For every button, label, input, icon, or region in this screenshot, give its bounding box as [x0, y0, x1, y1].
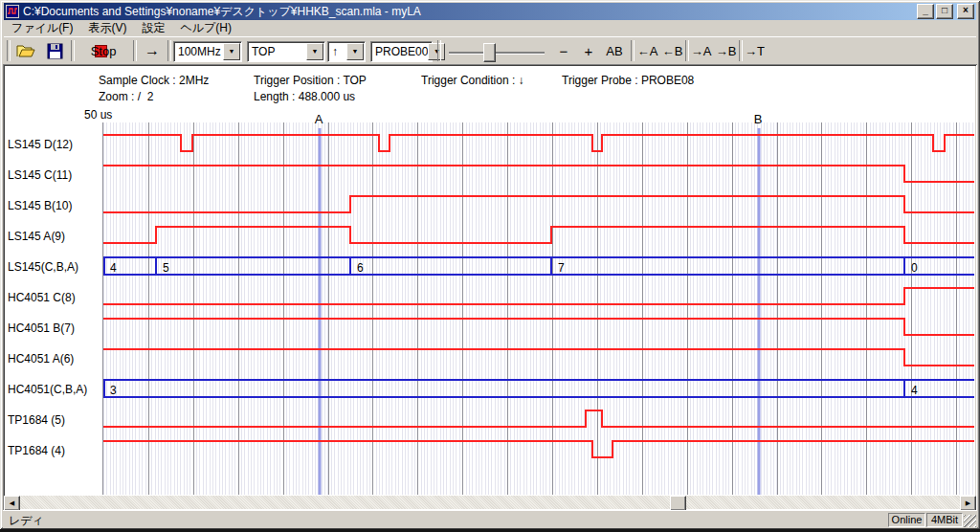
- app-icon: [6, 5, 19, 18]
- bus-value: 4: [110, 261, 117, 275]
- ab-range-button[interactable]: AB: [602, 39, 627, 62]
- waveform-view: Sample Clock : 2MHz Trigger Position : T…: [3, 64, 977, 510]
- signal-trace: [103, 349, 974, 366]
- trigger-probe-info: Trigger Probe : PROBE08: [562, 74, 694, 87]
- marker-label-a: A: [312, 112, 325, 126]
- memory-status-badge: 4MBit: [926, 513, 963, 527]
- signal-trace: [103, 410, 974, 427]
- scroll-right-button[interactable]: ▶: [960, 496, 976, 511]
- run-button[interactable]: →: [139, 39, 166, 62]
- open-file-button[interactable]: [13, 39, 38, 62]
- signal-trace: [103, 196, 974, 212]
- stop-button[interactable]: Stop: [77, 39, 130, 62]
- zoom-info: Zoom : / 2: [99, 90, 153, 103]
- zoom-in-button[interactable]: +: [579, 39, 598, 62]
- desktop: C:¥Documents and Settings¥noname¥デスクトップ¥…: [0, 0, 980, 532]
- menu-item-2[interactable]: 設定: [134, 19, 172, 37]
- bus-value: 7: [558, 261, 565, 275]
- zoom-slider-thumb[interactable]: [483, 43, 496, 62]
- toolbar-separator: [71, 40, 75, 61]
- goto-marker-a-button[interactable]: ←A: [635, 39, 659, 62]
- toolbar-separator: [631, 40, 635, 61]
- zoom-out-button[interactable]: −: [554, 39, 573, 62]
- open-folder-icon: [16, 42, 35, 59]
- app-window: C:¥Documents and Settings¥noname¥デスクトップ¥…: [0, 0, 980, 529]
- bus-value: 0: [911, 261, 918, 275]
- signal-trace: [103, 441, 974, 457]
- trigger-edge-value: ↑: [328, 45, 346, 58]
- set-marker-a-button[interactable]: →A: [689, 39, 713, 62]
- dropdown-arrow-icon[interactable]: ▼: [306, 43, 323, 60]
- trigger-edge-combo[interactable]: ↑ ▼: [327, 41, 366, 62]
- online-status-badge: Online: [888, 513, 925, 527]
- set-marker-b-button[interactable]: →B: [714, 39, 738, 62]
- signal-trace: [103, 319, 974, 335]
- close-button[interactable]: ×: [957, 4, 974, 19]
- channel-label: TP1684 (4): [8, 444, 100, 457]
- channel-label: LS145 A(9): [8, 230, 100, 243]
- channel-label: LS145 C(11): [8, 168, 100, 182]
- waveform-plot[interactable]: 4567034: [102, 122, 974, 495]
- sample-clock-value: 100MHz: [174, 45, 223, 58]
- bus-trace: [103, 380, 974, 397]
- dropdown-arrow-icon[interactable]: ▼: [223, 43, 240, 60]
- horizontal-scrollbar[interactable]: ◀ ▶: [4, 496, 976, 509]
- bus-value: 4: [911, 384, 918, 397]
- toolbar: Stop → 100MHz ▼ TOP ▼ ↑ ▼ PROBE00 ▼: [4, 36, 976, 65]
- channel-label: HC4051 C(8): [8, 291, 100, 304]
- channel-label: TP1684 (5): [8, 413, 100, 427]
- signal-trace: [103, 166, 974, 182]
- channel-label: LS145(C,B,A): [8, 260, 100, 274]
- channel-label: LS145 D(12): [8, 138, 100, 151]
- bus-value: 5: [163, 261, 169, 275]
- marker-label-b: B: [751, 112, 765, 126]
- menubar: ファイル(F)表示(V)設定ヘルプ(H): [4, 20, 976, 36]
- bus-value: 6: [357, 261, 364, 275]
- toolbar-grip: [7, 40, 11, 61]
- signal-trace: [103, 227, 974, 243]
- titlebar[interactable]: C:¥Documents and Settings¥noname¥デスクトップ¥…: [4, 3, 976, 20]
- trigger-probe-value: PROBE00: [371, 45, 428, 58]
- scrollbar-thumb[interactable]: [670, 496, 686, 511]
- toolbar-separator: [167, 40, 171, 61]
- window-title: C:¥Documents and Settings¥noname¥デスクトップ¥…: [23, 4, 917, 20]
- toolbar-separator: [437, 40, 441, 61]
- length-info: Length : 488.000 us: [254, 90, 355, 103]
- resize-grip[interactable]: [964, 515, 976, 527]
- trigger-probe-combo[interactable]: PROBE00 ▼: [370, 41, 433, 62]
- channel-label-column: LS145 D(12)LS145 C(11)LS145 B(10)LS145 A…: [3, 64, 102, 495]
- bus-trace: [103, 257, 974, 275]
- status-message: レディ: [9, 513, 44, 529]
- trigger-condition-info: Trigger Condition : ↓: [421, 74, 524, 87]
- signal-trace: [103, 135, 974, 151]
- scroll-left-button[interactable]: ◀: [4, 496, 20, 511]
- zoom-slider-track[interactable]: [449, 52, 545, 55]
- statusbar: レディ Online 4MBit: [3, 510, 977, 528]
- sample-clock-combo[interactable]: 100MHz ▼: [173, 41, 242, 62]
- trigger-position-combo[interactable]: TOP ▼: [247, 41, 325, 62]
- minimize-button[interactable]: _: [917, 4, 934, 19]
- stop-label: Stop: [91, 44, 117, 58]
- channel-label: HC4051(C,B,A): [8, 383, 100, 396]
- channel-label: LS145 B(10): [8, 199, 100, 212]
- maximize-button[interactable]: □: [936, 4, 953, 19]
- menu-item-1[interactable]: 表示(V): [80, 19, 134, 37]
- signal-trace: [103, 288, 974, 304]
- save-button[interactable]: [42, 39, 67, 62]
- trigger-position-info: Trigger Position : TOP: [254, 74, 367, 87]
- toolbar-separator: [133, 40, 137, 61]
- menu-item-0[interactable]: ファイル(F): [4, 19, 80, 37]
- floppy-disk-icon: [47, 43, 63, 59]
- sample-clock-info: Sample Clock : 2MHz: [99, 74, 209, 87]
- menu-item-3[interactable]: ヘルプ(H): [172, 19, 239, 37]
- channel-label: HC4051 A(6): [8, 352, 100, 366]
- trigger-position-value: TOP: [248, 45, 306, 58]
- goto-marker-b-button[interactable]: ←B: [660, 39, 684, 62]
- channel-label: HC4051 B(7): [8, 321, 100, 335]
- goto-trigger-button[interactable]: →T: [743, 39, 767, 62]
- bus-value: 3: [110, 384, 117, 397]
- dropdown-arrow-icon[interactable]: ▼: [346, 43, 364, 60]
